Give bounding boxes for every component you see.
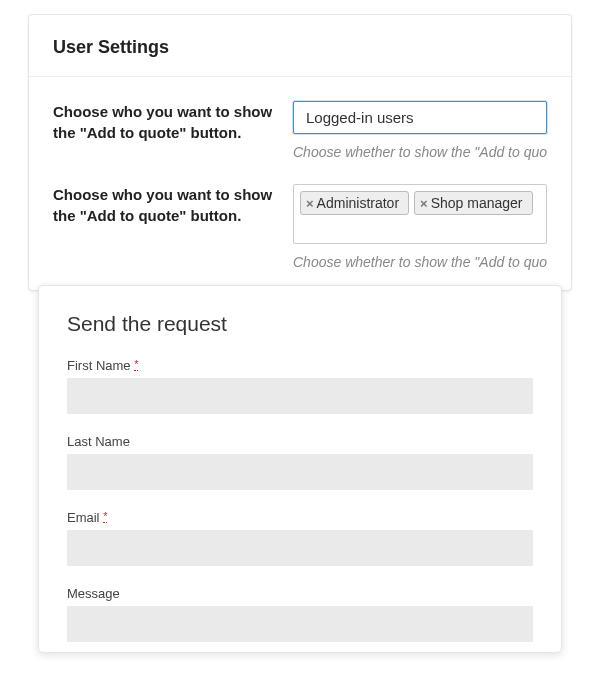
email-label: Email * <box>67 510 533 525</box>
form-title: Send the request <box>67 312 533 336</box>
settings-label: Choose who you want to show the "Add to … <box>53 101 273 160</box>
message-label: Message <box>67 586 533 601</box>
settings-control: Logged-in users Choose whether to show t… <box>293 101 547 160</box>
page-title: User Settings <box>53 37 547 58</box>
remove-tag-icon[interactable]: × <box>306 196 314 211</box>
tag-label: Administrator <box>317 195 399 211</box>
settings-row-users: Choose who you want to show the "Add to … <box>29 77 571 160</box>
settings-control: × Administrator × Shop manager Choose wh… <box>293 184 547 270</box>
email-field[interactable] <box>67 530 533 566</box>
tag-label: Shop manager <box>431 195 523 211</box>
first-name-label: First Name * <box>67 358 533 373</box>
remove-tag-icon[interactable]: × <box>420 196 428 211</box>
panel-header: User Settings <box>29 15 571 77</box>
last-name-field[interactable] <box>67 454 533 490</box>
settings-label: Choose who you want to show the "Add to … <box>53 184 273 270</box>
last-name-label: Last Name <box>67 434 533 449</box>
tag-administrator: × Administrator <box>300 191 409 215</box>
help-text: Choose whether to show the "Add to quote… <box>293 144 547 160</box>
required-indicator: * <box>134 358 138 371</box>
message-field[interactable] <box>67 606 533 642</box>
help-text: Choose whether to show the "Add to quote… <box>293 254 547 270</box>
user-type-select[interactable]: Logged-in users <box>293 101 547 134</box>
roles-tag-input[interactable]: × Administrator × Shop manager <box>293 184 547 244</box>
user-settings-panel: User Settings Choose who you want to sho… <box>28 14 572 291</box>
first-name-field[interactable] <box>67 378 533 414</box>
send-request-panel: Send the request First Name * Last Name … <box>38 285 562 653</box>
required-indicator: * <box>103 510 107 523</box>
settings-row-roles: Choose who you want to show the "Add to … <box>29 160 571 270</box>
tag-shop-manager: × Shop manager <box>414 191 532 215</box>
